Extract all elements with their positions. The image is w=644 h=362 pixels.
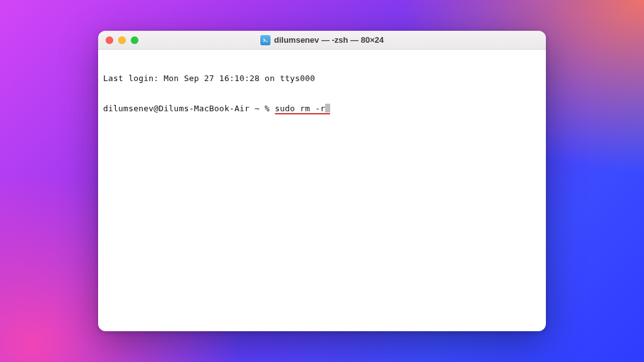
command-text: sudo rm -r bbox=[275, 104, 325, 113]
zoom-icon[interactable] bbox=[131, 36, 138, 44]
cursor bbox=[325, 104, 330, 112]
titlebar: dilumsenev — -zsh — 80×24 bbox=[98, 31, 546, 50]
svg-rect-0 bbox=[262, 37, 269, 43]
last-login-line: Last login: Mon Sep 27 16:10:28 on ttys0… bbox=[103, 74, 541, 84]
title-center: dilumsenev — -zsh — 80×24 bbox=[98, 31, 546, 49]
terminal-icon bbox=[260, 35, 270, 45]
close-icon[interactable] bbox=[106, 36, 113, 44]
terminal-body[interactable]: Last login: Mon Sep 27 16:10:28 on ttys0… bbox=[98, 50, 546, 331]
prompt-line: dilumsenev@Dilums-MacBook-Air ~ % sudo r… bbox=[103, 104, 541, 114]
command-highlight bbox=[275, 113, 330, 114]
prompt-text: dilumsenev@Dilums-MacBook-Air ~ % bbox=[103, 104, 275, 113]
window-title: dilumsenev — -zsh — 80×24 bbox=[274, 35, 384, 45]
terminal-window: dilumsenev — -zsh — 80×24 Last login: Mo… bbox=[98, 31, 546, 331]
minimize-icon[interactable] bbox=[118, 36, 126, 44]
traffic-lights bbox=[106, 36, 138, 44]
